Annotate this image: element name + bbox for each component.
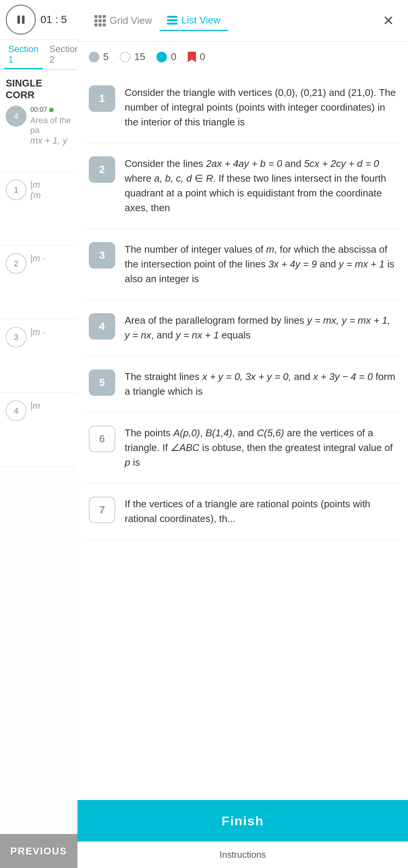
answered-count: 5 — [103, 51, 108, 63]
q-text-6: The points A(p,0), B(1,4), and C(5,6) ar… — [125, 426, 397, 470]
bookmarked-count: 0 — [200, 51, 205, 63]
correct-count: 0 — [171, 51, 176, 63]
q-preview-text: Area of the pa — [30, 116, 72, 135]
q-preview: |m — [30, 400, 40, 411]
view-toggle: Grid View List View — [87, 11, 378, 31]
q-badge-4: 4 — [89, 313, 115, 340]
q-badge-5: 5 — [89, 369, 115, 396]
answered-stat: 5 — [89, 51, 108, 63]
question-row-1[interactable]: 1 Consider the triangle with vertices (0… — [85, 72, 400, 143]
question-row-4[interactable]: 4 Area of the parallelogram formed by li… — [85, 300, 400, 356]
question-row-6[interactable]: 6 The points A(p,0), B(1,4), and C(5,6) … — [85, 412, 400, 483]
previous-button[interactable]: PREVIOUS — [0, 834, 77, 868]
question-row-7[interactable]: 7 If the vertices of a triangle are rati… — [85, 483, 400, 540]
modal-overlay: Grid View List View ✕ 5 15 0 — [77, 0, 408, 868]
timer: 01 : 5 — [40, 14, 67, 26]
q-number-badge: 4 — [6, 106, 26, 127]
left-question-list: 4 00:07 Area of the pa mx + 1, y 1 |m (m… — [0, 98, 77, 466]
top-bar: 01 : 5 — [0, 0, 77, 40]
list-item[interactable]: 3 |m · — [0, 319, 77, 393]
grid-icon — [94, 15, 106, 26]
list-item[interactable]: 4 |m — [0, 393, 77, 466]
q-formula: |m · — [30, 327, 45, 337]
section-tabs: Section 1 Section 2 — [0, 40, 77, 70]
q-text-1: Consider the triangle with vertices (0,0… — [125, 85, 397, 130]
q-preview: |m · — [30, 253, 45, 264]
finish-button[interactable]: Finish — [77, 800, 408, 842]
q-badge-1: 1 — [89, 85, 115, 112]
q-formula2: (m — [30, 190, 41, 201]
question-row-2[interactable]: 2 Consider the lines 2ax + 4ay + b = 0 a… — [85, 143, 400, 229]
q-formula: |m · — [30, 253, 45, 264]
list-icon — [167, 16, 178, 25]
bookmarked-stat: 0 — [188, 51, 205, 63]
q-number-badge: 1 — [6, 179, 26, 200]
unanswered-count: 15 — [134, 51, 145, 63]
list-view-button[interactable]: List View — [159, 11, 228, 31]
q-number-badge: 3 — [6, 327, 26, 348]
q-badge-7: 7 — [89, 497, 115, 523]
q-badge-2: 2 — [89, 156, 115, 183]
pause-icon — [17, 15, 25, 24]
bookmark-icon — [188, 52, 196, 62]
q-badge-6: 6 — [89, 426, 115, 452]
instructions-label: Instructions — [219, 849, 266, 860]
close-button[interactable]: ✕ — [378, 10, 399, 31]
q-number-badge: 4 — [6, 400, 26, 421]
q-text-3: The number of integer values of m, for w… — [125, 242, 397, 286]
section-tab-1[interactable]: Section 1 — [4, 41, 43, 69]
unanswered-icon — [120, 52, 130, 62]
list-item[interactable]: 4 00:07 Area of the pa mx + 1, y — [0, 98, 77, 172]
grid-view-label: Grid View — [110, 15, 152, 26]
unanswered-stat: 15 — [120, 51, 145, 63]
q-text-5: The straight lines x + y = 0, 3x + y = 0… — [125, 369, 397, 399]
q-badge-3: 3 — [89, 242, 115, 269]
q-text-4: Area of the parallelogram formed by line… — [125, 313, 397, 343]
q-formula: mx + 1, y — [30, 135, 72, 146]
answered-icon — [89, 52, 99, 62]
q-preview: |m · — [30, 327, 45, 337]
q-text-2: Consider the lines 2ax + 4ay + b = 0 and… — [125, 156, 397, 215]
q-preview: |m (m — [30, 179, 41, 201]
q-text-7: If the vertices of a triangle are ration… — [125, 497, 397, 526]
q-timer: 00:07 — [30, 106, 47, 114]
list-view-label: List View — [181, 14, 221, 26]
stats-row: 5 15 0 0 — [77, 42, 408, 72]
questions-list: 1 Consider the triangle with vertices (0… — [77, 72, 408, 800]
question-row-5[interactable]: 5 The straight lines x + y = 0, 3x + y =… — [85, 356, 400, 412]
status-dot — [49, 108, 54, 112]
correct-icon — [156, 52, 167, 62]
q-formula: |m — [30, 179, 41, 190]
pause-button[interactable] — [6, 5, 36, 35]
modal-header: Grid View List View ✕ — [77, 0, 408, 42]
q-preview: 00:07 Area of the pa mx + 1, y — [30, 106, 72, 146]
question-row-3[interactable]: 3 The number of integer values of m, for… — [85, 229, 400, 300]
instructions-bar[interactable]: Instructions — [77, 842, 408, 868]
correct-stat: 0 — [156, 51, 176, 63]
grid-view-button[interactable]: Grid View — [87, 11, 159, 30]
q-number-badge: 2 — [6, 253, 26, 274]
q-formula: |m — [30, 400, 40, 411]
list-item[interactable]: 2 |m · — [0, 246, 77, 319]
list-item[interactable]: 1 |m (m — [0, 172, 77, 246]
